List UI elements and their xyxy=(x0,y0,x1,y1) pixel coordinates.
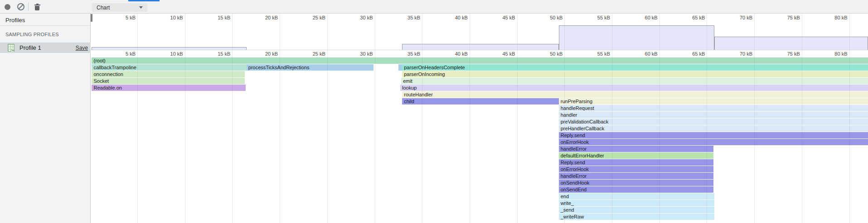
clear-icon xyxy=(17,3,24,10)
axis-label-50kb: 50 kB xyxy=(537,15,563,20)
axis-label-70kb: 70 kB xyxy=(727,15,752,20)
profile-icon: % xyxy=(8,44,15,52)
frame-Reply.send-2[interactable]: Reply.send xyxy=(559,159,713,166)
frame-_send[interactable]: _send xyxy=(559,207,714,213)
frame-handler[interactable]: handler xyxy=(559,112,868,118)
overview-divider xyxy=(91,50,868,50)
gridline-15kb xyxy=(232,14,233,223)
axis-label-15kb: 15 kB xyxy=(205,51,230,57)
frame-routeHandler[interactable]: routeHandler xyxy=(402,91,868,98)
axis-label-65kb: 65 kB xyxy=(679,51,705,57)
gridline-75kb xyxy=(802,14,802,223)
axis-label-35kb: 35 kB xyxy=(395,15,420,20)
axis-label-25kb: 25 kB xyxy=(300,15,325,20)
axis-label-45kb: 45 kB xyxy=(490,15,515,20)
frame-_writeRaw[interactable]: _writeRaw xyxy=(559,214,714,220)
view-mode-value: Chart xyxy=(97,5,139,11)
profiles-sidebar: Profiles SAMPLING PROFILES % Profile 1 S… xyxy=(0,14,91,223)
gridline-40kb xyxy=(470,14,470,223)
view-mode-dropdown[interactable]: Chart xyxy=(92,3,147,12)
gridline-65kb xyxy=(707,14,707,223)
frame-callbackTrampoline[interactable]: callbackTrampoline xyxy=(92,64,246,71)
axis-label-80kb: 80 kB xyxy=(822,15,848,20)
axis-label-65kb: 65 kB xyxy=(679,15,705,20)
axis-label-55kb: 55 kB xyxy=(585,15,610,20)
active-tab-indicator xyxy=(128,0,160,1)
toolbar: Chart xyxy=(0,0,868,14)
frame-onconnection[interactable]: onconnection xyxy=(92,71,244,77)
axis-label-30kb: 30 kB xyxy=(348,51,373,57)
frame-handleRequest[interactable]: handleRequest xyxy=(559,105,868,111)
axis-label-20kb: 20 kB xyxy=(252,51,278,57)
frame-preHandlerCallback[interactable]: preHandlerCallback xyxy=(559,125,868,132)
frame-runPreParsing[interactable]: runPreParsing xyxy=(559,98,868,104)
frame-handleError[interactable]: handleError xyxy=(559,146,713,152)
record-button[interactable] xyxy=(2,2,12,12)
overview-step[interactable] xyxy=(559,25,714,50)
axis-label-20kb: 20 kB xyxy=(252,15,278,20)
axis-label-40kb: 40 kB xyxy=(442,51,468,57)
gridline-70kb xyxy=(754,14,755,223)
sidebar-title: Profiles xyxy=(5,17,25,24)
axis-label-60kb: 60 kB xyxy=(632,51,658,57)
clear-all-button[interactable] xyxy=(16,2,26,12)
toolbar-separator xyxy=(28,2,29,11)
axis-label-60kb: 60 kB xyxy=(632,15,658,20)
gridline-10kb xyxy=(185,14,185,223)
frame-onErrorHook-2[interactable]: onErrorHook xyxy=(559,166,713,172)
sampling-profiles-header: SAMPLING PROFILES xyxy=(5,32,59,37)
frame-processTicksAndRejections-2[interactable] xyxy=(398,64,402,71)
delete-profile-button[interactable] xyxy=(32,2,42,12)
frame-parserOnHeadersComplete[interactable]: parserOnHeadersComplete xyxy=(402,64,868,71)
axis-label-10kb: 10 kB xyxy=(158,15,183,20)
gridline-20kb xyxy=(280,14,280,223)
axis-label-15kb: 15 kB xyxy=(205,15,230,20)
vertical-scrollbar-thumb[interactable] xyxy=(91,14,92,22)
save-profile-link[interactable]: Save xyxy=(76,45,88,51)
gridline-80kb xyxy=(849,14,850,223)
gridline-30kb xyxy=(375,14,375,223)
frame-child[interactable]: child xyxy=(402,98,559,104)
frame-end[interactable]: end xyxy=(559,193,714,199)
frame-root[interactable]: (root) xyxy=(92,57,868,64)
gridline-5kb xyxy=(137,14,138,223)
axis-label-75kb: 75 kB xyxy=(775,15,800,20)
profile-name: Profile 1 xyxy=(19,44,76,51)
axis-label-10kb: 10 kB xyxy=(158,51,183,57)
trash-icon xyxy=(34,4,40,10)
frame-processTicksAndRejections[interactable]: processTicksAndRejections xyxy=(247,64,374,71)
frame-Readable.on[interactable]: Readable.on xyxy=(92,85,245,91)
axis-label-40kb: 40 kB xyxy=(442,15,468,20)
overview-step[interactable] xyxy=(714,37,868,50)
frame-handleError-2[interactable]: handleError xyxy=(559,173,713,179)
frame-Socket[interactable]: Socket xyxy=(92,78,244,84)
flame-chart-pane: 5 kB10 kB15 kB20 kB25 kB30 kB35 kB40 kB4… xyxy=(91,14,868,223)
axis-label-30kb: 30 kB xyxy=(348,15,373,20)
sidebar-item-profile-1[interactable]: % Profile 1 Save xyxy=(0,43,91,53)
frame-emit[interactable]: emit xyxy=(401,78,868,84)
memory-profiler-panel: Chart Profiles SAMPLING PROFILES % Profi… xyxy=(0,0,868,223)
frame-onSendEnd[interactable]: onSendEnd xyxy=(559,186,713,193)
frame-Reply.send[interactable]: Reply.send xyxy=(559,132,868,138)
gridline-50kb xyxy=(564,14,565,223)
frame-preValidationCallback[interactable]: preValidationCallback xyxy=(559,119,868,125)
axis-label-25kb: 25 kB xyxy=(300,51,325,57)
axis-label-35kb: 35 kB xyxy=(395,51,420,57)
axis-label-70kb: 70 kB xyxy=(727,51,752,57)
overview-step[interactable] xyxy=(402,44,559,50)
record-icon xyxy=(5,4,10,10)
axis-label-55kb: 55 kB xyxy=(585,51,610,57)
frame-defaultErrorHandler[interactable]: defaultErrorHandler xyxy=(559,152,713,159)
frame-parserOnIncoming[interactable]: parserOnIncoming xyxy=(402,71,868,77)
axis-label-5kb: 5 kB xyxy=(110,51,136,57)
frame-write_[interactable]: write_ xyxy=(559,200,714,206)
frame-onSendHook[interactable]: onSendHook xyxy=(559,180,713,186)
gridline-25kb xyxy=(327,14,328,223)
axis-label-5kb: 5 kB xyxy=(110,15,136,20)
frame-onErrorHook[interactable]: onErrorHook xyxy=(559,139,868,145)
gridline-60kb xyxy=(659,14,660,223)
frame-lookup[interactable]: lookup xyxy=(400,85,868,91)
axis-label-80kb: 80 kB xyxy=(822,51,848,57)
gridline-35kb xyxy=(422,14,422,223)
chevron-down-icon xyxy=(139,6,143,9)
